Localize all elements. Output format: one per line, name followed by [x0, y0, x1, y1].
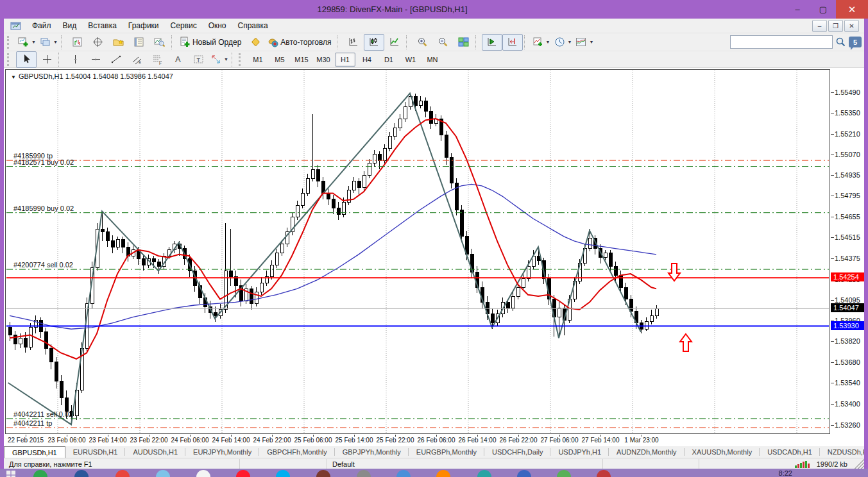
- community-badge[interactable]: 5: [849, 37, 862, 47]
- price-axis[interactable]: 1.554901.553501.552101.550701.549351.547…: [830, 69, 864, 434]
- taskbar-app-7-icon[interactable]: [276, 470, 290, 477]
- new-chart-button[interactable]: ▼: [16, 34, 38, 51]
- crosshair-button[interactable]: [37, 51, 57, 68]
- timeframe-w1-button[interactable]: W1: [400, 53, 421, 67]
- navigator-button[interactable]: [108, 34, 129, 51]
- arrows-button[interactable]: ▼: [208, 51, 230, 68]
- chart-bars-button[interactable]: [343, 34, 364, 51]
- new-chart-dropdown-icon[interactable]: ▼: [31, 40, 36, 44]
- text-button[interactable]: A: [167, 51, 188, 68]
- new-order-button[interactable]: Новый Ордер: [178, 34, 245, 51]
- chart-shift-button[interactable]: [502, 34, 523, 51]
- auto-scroll-button[interactable]: [482, 34, 502, 51]
- menu-справка[interactable]: Справка: [232, 20, 274, 31]
- timeframe-m5-button[interactable]: M5: [269, 53, 290, 67]
- chart-tab-audnzdh[interactable]: AUDNZDh,Monthly: [609, 446, 685, 458]
- chart-tab-nzdusdh[interactable]: NZDUSDh,H1: [820, 446, 868, 458]
- taskbar-app-6-icon[interactable]: [236, 470, 250, 477]
- tile-windows-button[interactable]: [454, 34, 474, 51]
- toolbar-grip[interactable]: [7, 53, 13, 66]
- taskbar-app-15-icon[interactable]: [597, 470, 611, 477]
- menu-вид[interactable]: Вид: [57, 20, 83, 31]
- taskbar-app-4-icon[interactable]: [156, 470, 170, 477]
- periods-button[interactable]: ▼: [552, 34, 574, 51]
- timeframe-m15-button[interactable]: M15: [291, 53, 312, 67]
- strategy-tester-button[interactable]: [149, 34, 170, 51]
- chart-tab-eurusdh[interactable]: EURUSDh,H1: [65, 446, 126, 458]
- chart-candles-button[interactable]: [364, 34, 384, 51]
- status-profile[interactable]: Default: [327, 459, 603, 469]
- chart-tab-usdcadh[interactable]: USDCADh,H1: [760, 446, 820, 458]
- metaeditor-button[interactable]: [245, 34, 266, 51]
- chart-tab-gbpusdh[interactable]: GBPUSDh,H1: [4, 446, 65, 458]
- taskbar-app-1-icon[interactable]: [33, 470, 47, 477]
- vline-button[interactable]: [65, 51, 85, 68]
- taskbar-app-3-icon[interactable]: [115, 470, 130, 477]
- terminal-button[interactable]: [129, 34, 149, 51]
- chart-minimize-button[interactable]: –: [812, 20, 827, 32]
- search-icon[interactable]: [835, 37, 846, 47]
- price-chart[interactable]: #4185990 tp#4182571 buy 0.02#4185990 buy…: [6, 70, 830, 433]
- close-button[interactable]: ✕: [836, 0, 868, 19]
- chart-tab-eurgbph[interactable]: EURGBPh,Monthly: [409, 446, 484, 458]
- indicators-button[interactable]: ▼: [531, 34, 552, 51]
- periods-dropdown-icon[interactable]: ▼: [568, 40, 572, 44]
- taskbar-app-14-icon[interactable]: [557, 470, 571, 477]
- profiles-button[interactable]: ▼: [38, 34, 60, 51]
- timeframe-h4-button[interactable]: H4: [357, 53, 377, 67]
- zoom-in-button[interactable]: [413, 34, 433, 51]
- templates-dropdown-icon[interactable]: ▼: [589, 40, 593, 44]
- timeframe-h1-button[interactable]: H1: [335, 53, 355, 67]
- taskbar-app-9-icon[interactable]: [357, 470, 371, 477]
- timeframe-d1-button[interactable]: D1: [379, 53, 399, 67]
- taskbar-app-5-icon[interactable]: [196, 470, 210, 477]
- menu-сервис[interactable]: Сервис: [165, 20, 203, 31]
- minimize-button[interactable]: –: [785, 0, 810, 19]
- chart-line-button[interactable]: [384, 34, 405, 51]
- chart-tab-gbpchfh[interactable]: GBPCHFh,Monthly: [259, 446, 335, 458]
- taskbar-app-13-icon[interactable]: [517, 470, 531, 477]
- hline-button[interactable]: [85, 51, 106, 68]
- chart-tab-audusdh[interactable]: AUDUSDh,H1: [125, 446, 185, 458]
- chart-tab-gbpjpyh[interactable]: GBPJPYh,Monthly: [335, 446, 409, 458]
- toolbar-grip[interactable]: [239, 53, 244, 66]
- profiles-dropdown-icon[interactable]: ▼: [53, 40, 58, 44]
- arrows-dropdown-icon[interactable]: ▼: [224, 57, 228, 62]
- chart-restore-button[interactable]: ❐: [828, 20, 843, 32]
- autotrading-button[interactable]: Авто-торговля: [266, 34, 335, 51]
- cursor-button[interactable]: [16, 51, 37, 68]
- menu-окно[interactable]: Окно: [203, 20, 232, 31]
- menu-файл[interactable]: Файл: [26, 20, 57, 31]
- text-label-button[interactable]: T: [188, 51, 208, 68]
- title-bar[interactable]: 129859: DivenFX-Main - [GBPUSDh,H1] – ▢ …: [0, 0, 868, 19]
- timeframe-m30-button[interactable]: M30: [313, 53, 334, 67]
- chart-canvas[interactable]: ▼GBPUSDh,H1 1.54004 1.54048 1.53986 1.54…: [5, 69, 830, 434]
- channel-button[interactable]: E: [126, 51, 147, 68]
- taskbar-app-2-icon[interactable]: [74, 470, 89, 477]
- chart-tab-usdchfh[interactable]: USDCHFh,Daily: [484, 446, 550, 458]
- taskbar-app-10-icon[interactable]: [396, 470, 411, 477]
- trendline-button[interactable]: [106, 51, 126, 68]
- time-axis[interactable]: 22 Feb 201523 Feb 06:0023 Feb 14:0023 Fe…: [4, 435, 864, 447]
- chart-tab-eurjpyh[interactable]: EURJPYh,Monthly: [185, 446, 259, 458]
- templates-button[interactable]: ▼: [574, 34, 595, 51]
- indicators-dropdown-icon[interactable]: ▼: [546, 40, 550, 44]
- zoom-out-button[interactable]: [433, 34, 454, 51]
- menu-вставка[interactable]: Вставка: [82, 20, 123, 31]
- resize-grip[interactable]: [854, 459, 864, 469]
- maximize-button[interactable]: ▢: [810, 0, 836, 19]
- taskbar-app-12-icon[interactable]: [477, 470, 491, 477]
- data-window-button[interactable]: [88, 34, 108, 51]
- fibonacci-button[interactable]: F: [147, 51, 167, 68]
- toolbar-grip[interactable]: [7, 36, 13, 49]
- market-watch-button[interactable]: [67, 34, 88, 51]
- start-button[interactable]: [6, 471, 15, 477]
- chart-tab-usdjpyh[interactable]: USDJPYh,H1: [550, 446, 609, 458]
- menu-графики[interactable]: Графики: [123, 20, 165, 31]
- taskbar-app-8-icon[interactable]: [316, 470, 330, 477]
- timeframe-m1-button[interactable]: M1: [248, 53, 268, 67]
- chart-tab-xauusdh[interactable]: XAUUSDh,Monthly: [685, 446, 760, 458]
- taskbar-app-11-icon[interactable]: [436, 470, 450, 477]
- chart-close-button[interactable]: ✕: [844, 20, 859, 32]
- timeframe-mn-button[interactable]: MN: [422, 53, 443, 67]
